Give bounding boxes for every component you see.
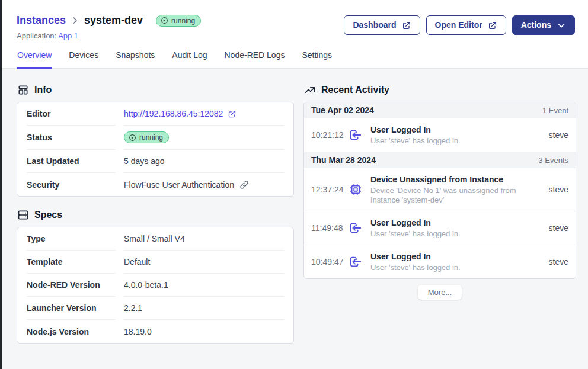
actions-button-label: Actions bbox=[521, 20, 551, 30]
activity-group-date: Tue Apr 02 2024 bbox=[311, 105, 374, 115]
specs-row-label: Node-RED Version bbox=[27, 274, 116, 297]
event-title: Device Unassigned from Instance bbox=[370, 174, 542, 185]
application-line: Application: App 1 bbox=[17, 31, 201, 40]
more-button[interactable]: More... bbox=[418, 285, 462, 300]
event-title: User Logged In bbox=[370, 124, 542, 135]
event-description: User 'steve' has logged in. bbox=[370, 263, 542, 272]
event-body: User Logged In User 'steve' has logged i… bbox=[370, 124, 549, 146]
event-user: steve bbox=[549, 130, 568, 140]
page-header: Instances system-dev running Application… bbox=[2, 0, 588, 69]
info-row-editor: Editor http://192.168.86.45:12082 bbox=[27, 102, 284, 126]
info-row-value: running bbox=[124, 126, 284, 150]
application-link[interactable]: App 1 bbox=[58, 31, 78, 40]
specs-row-label: Template bbox=[27, 251, 116, 274]
template-icon bbox=[17, 84, 29, 96]
dashboard-button[interactable]: Dashboard bbox=[344, 15, 420, 35]
login-icon bbox=[349, 129, 362, 142]
specs-row-value: Default bbox=[124, 251, 284, 274]
breadcrumb: Instances system-dev running bbox=[17, 14, 201, 27]
activity-section-header: Recent Activity bbox=[304, 84, 576, 96]
status-badge: running bbox=[124, 131, 169, 143]
trending-up-icon bbox=[304, 84, 316, 96]
external-link-icon bbox=[402, 21, 411, 30]
play-circle-icon bbox=[161, 17, 168, 24]
event-user: steve bbox=[549, 223, 568, 233]
info-row-value: http://192.168.86.45:12082 bbox=[124, 102, 284, 126]
title-block: Instances system-dev running Application… bbox=[17, 14, 201, 40]
specs-row-value: 18.19.0 bbox=[124, 320, 284, 343]
breadcrumb-instances-link[interactable]: Instances bbox=[17, 14, 66, 27]
instance-page: Instances system-dev running Application… bbox=[2, 0, 588, 369]
activity-group-count: 3 Events bbox=[538, 156, 568, 165]
event-time: 10:21:12 bbox=[311, 130, 345, 140]
event-time: 12:37:24 bbox=[311, 185, 345, 194]
tab-bar: Overview Devices Snapshots Audit Log Nod… bbox=[17, 50, 575, 68]
dashboard-button-label: Dashboard bbox=[353, 20, 396, 30]
specs-row-nodejs-version: Node.js Version 18.19.0 bbox=[27, 320, 284, 343]
specs-row-value: Small / Small V4 bbox=[124, 227, 284, 251]
specs-section-header: Specs bbox=[17, 209, 294, 221]
tab-node-red-logs[interactable]: Node-RED Logs bbox=[224, 50, 286, 69]
specs-row-type: Type Small / Small V4 bbox=[27, 227, 284, 251]
play-circle-icon bbox=[129, 134, 136, 142]
specs-card: Type Small / Small V4 Template Default N… bbox=[17, 227, 294, 344]
info-row-value: FlowFuse User Authentication bbox=[124, 173, 284, 196]
tab-devices[interactable]: Devices bbox=[68, 50, 99, 69]
event-description: User 'steve' has logged in. bbox=[370, 229, 542, 239]
link-icon[interactable] bbox=[239, 180, 249, 190]
info-section-header: Info bbox=[17, 84, 294, 96]
info-row-label: Status bbox=[27, 126, 116, 150]
info-row-last-updated: Last Updated 5 days ago bbox=[27, 150, 284, 173]
activity-group-header: Tue Apr 02 2024 1 Event bbox=[304, 102, 576, 118]
activity-section-title: Recent Activity bbox=[321, 85, 389, 95]
tab-snapshots[interactable]: Snapshots bbox=[115, 50, 155, 69]
event-body: Device Unassigned from Instance Device '… bbox=[370, 174, 549, 205]
event-time: 11:49:48 bbox=[311, 223, 345, 233]
activity-group-header: Thu Mar 28 2024 3 Events bbox=[304, 152, 576, 168]
activity-event: 11:49:48 User Logged In User 'steve' has… bbox=[304, 211, 576, 245]
tab-overview[interactable]: Overview bbox=[17, 50, 52, 69]
activity-event: 10:49:47 User Logged In User 'steve' has… bbox=[304, 245, 576, 278]
specs-row-template: Template Default bbox=[27, 251, 284, 274]
specs-row-label: Launcher Version bbox=[27, 297, 116, 320]
event-user: steve bbox=[549, 257, 568, 267]
event-body: User Logged In User 'steve' has logged i… bbox=[370, 251, 549, 272]
tab-settings[interactable]: Settings bbox=[301, 50, 333, 69]
event-body: User Logged In User 'steve' has logged i… bbox=[370, 217, 549, 239]
open-editor-button[interactable]: Open Editor bbox=[426, 15, 506, 35]
activity-card: Tue Apr 02 2024 1 Event 10:21:12 User Lo… bbox=[303, 102, 576, 279]
editor-url-link[interactable]: http://192.168.86.45:12082 bbox=[124, 109, 237, 118]
info-card: Editor http://192.168.86.45:12082 Status bbox=[17, 102, 294, 197]
external-link-icon bbox=[488, 21, 497, 30]
tab-audit-log[interactable]: Audit Log bbox=[171, 50, 207, 69]
page-title: system-dev bbox=[84, 14, 143, 27]
status-badge-label: running bbox=[171, 17, 195, 25]
specs-row-value: 4.0.0-beta.1 bbox=[124, 274, 284, 297]
chip-icon bbox=[349, 183, 362, 196]
app-root: Instances system-dev running Application… bbox=[0, 0, 588, 369]
header-actions: Dashboard Open Editor Actions bbox=[344, 15, 575, 35]
info-row-status: Status running bbox=[27, 126, 284, 150]
status-badge: running bbox=[156, 15, 201, 27]
event-description: User 'steve' has logged in. bbox=[370, 136, 542, 146]
application-label: Application: bbox=[17, 31, 56, 40]
status-badge-label: running bbox=[139, 133, 163, 142]
info-row-label: Security bbox=[27, 173, 116, 196]
info-row-value: 5 days ago bbox=[124, 150, 284, 173]
external-link-icon bbox=[228, 110, 237, 118]
activity-event: 10:21:12 User Logged In User 'steve' has… bbox=[304, 118, 576, 152]
event-description: Device 'Device No 1' was unassigned from… bbox=[370, 186, 542, 205]
actions-button[interactable]: Actions bbox=[512, 15, 575, 35]
activity-event: 12:37:24 Device Unassigned from Instance… bbox=[304, 168, 576, 211]
open-editor-button-label: Open Editor bbox=[435, 20, 482, 30]
activity-group-count: 1 Event bbox=[542, 106, 568, 115]
chevron-down-icon bbox=[557, 21, 566, 30]
specs-section-title: Specs bbox=[34, 210, 62, 220]
specs-row-node-red-version: Node-RED Version 4.0.0-beta.1 bbox=[27, 274, 284, 297]
specs-row-value: 2.2.1 bbox=[124, 297, 284, 320]
event-user: steve bbox=[549, 185, 568, 194]
info-row-security: Security FlowFuse User Authentication bbox=[27, 173, 284, 196]
main-content: Info Editor http://192.168.86.45:12082 bbox=[2, 69, 588, 369]
left-column: Info Editor http://192.168.86.45:12082 bbox=[17, 84, 294, 356]
event-title: User Logged In bbox=[370, 217, 542, 228]
